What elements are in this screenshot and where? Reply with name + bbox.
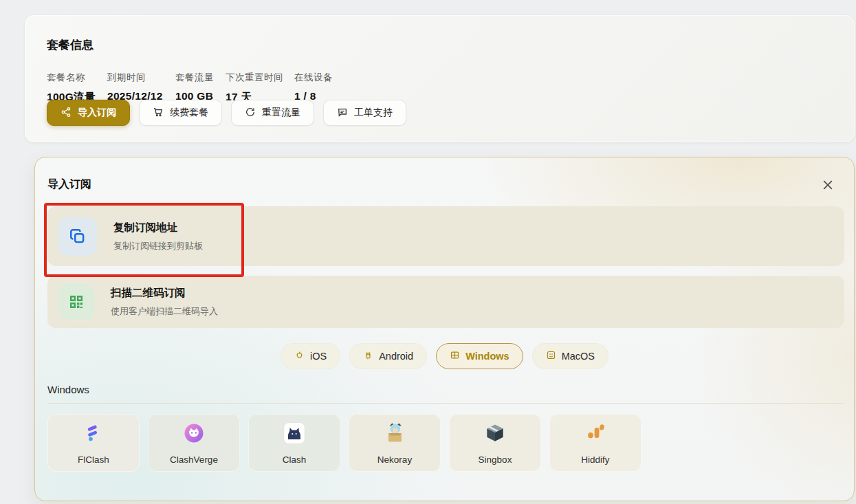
package-info-card: 套餐信息 套餐名称 100G流量 到期时间 2025/12/12 套餐流量 10… (25, 15, 855, 142)
macos-icon (546, 350, 556, 362)
tab-label: iOS (310, 351, 327, 362)
button-label: 导入订阅 (78, 107, 116, 119)
clash-icon (282, 421, 307, 448)
app-card-flclash[interactable]: FlClash (47, 414, 140, 472)
option-subtitle: 使用客户端扫描二维码导入 (111, 305, 218, 318)
tab-android[interactable]: Android (349, 343, 427, 369)
app-card-clash[interactable]: Clash (248, 414, 340, 472)
app-card-hiddify[interactable]: Hiddify (549, 414, 641, 472)
import-subscription-button[interactable]: 导入订阅 (47, 100, 130, 126)
apple-icon (294, 350, 305, 362)
button-label: 重置流量 (262, 107, 300, 119)
tab-windows[interactable]: Windows (436, 343, 523, 369)
tab-macos[interactable]: MacOS (532, 343, 608, 369)
panel-title: 导入订阅 (47, 177, 91, 192)
app-name: Clash (283, 454, 307, 465)
app-name: ClashVerge (170, 454, 218, 465)
app-name: Singbox (479, 454, 512, 465)
section-divider (47, 403, 843, 404)
renew-package-button[interactable]: 续费套餐 (139, 100, 222, 126)
package-card-title: 套餐信息 (47, 37, 94, 53)
stat-label: 在线设备 (294, 72, 333, 84)
app-card-singbox[interactable]: Singbox (449, 414, 541, 472)
app-grid: FlClash ClashVerge (47, 414, 641, 472)
app-card-nekoray[interactable]: Nekoray (349, 414, 441, 472)
package-actions: 导入订阅 续费套餐 重置流量 (47, 100, 406, 126)
windows-icon (450, 350, 460, 362)
copy-subscription-option[interactable]: 复制订阅地址 复制订阅链接到剪贴板 (47, 206, 844, 266)
option-subtitle: 复制订阅链接到剪贴板 (113, 240, 203, 252)
chat-bubble-icon (337, 107, 348, 120)
os-section-title: Windows (47, 384, 89, 395)
app-card-clashverge[interactable]: ClashVerge (148, 414, 240, 472)
option-title: 扫描二维码订阅 (111, 286, 218, 300)
stat-label: 下次重置时间 (226, 72, 283, 84)
clashverge-icon (182, 421, 206, 448)
android-icon (363, 350, 373, 362)
button-label: 工单支持 (354, 107, 393, 119)
button-label: 续费套餐 (170, 107, 208, 119)
nekoray-icon (382, 421, 407, 448)
app-name: Hiddify (581, 454, 609, 465)
singbox-icon (483, 421, 507, 448)
option-title: 复制订阅地址 (113, 221, 203, 235)
reset-traffic-button[interactable]: 重置流量 (231, 100, 314, 126)
tab-label: Windows (465, 351, 509, 362)
refresh-icon (245, 107, 256, 120)
option-texts: 复制订阅地址 复制订阅链接到剪贴板 (113, 221, 203, 252)
cart-icon (153, 107, 164, 120)
os-tab-bar: iOS Android (35, 343, 854, 369)
stat-label: 到期时间 (107, 72, 164, 84)
app-name: FlClash (78, 454, 109, 465)
ticket-support-button[interactable]: 工单支持 (323, 100, 406, 126)
qr-code-icon (58, 284, 94, 320)
hiddify-icon (583, 421, 608, 448)
tab-label: Android (379, 351, 413, 362)
stat-label: 套餐名称 (47, 72, 96, 84)
page: 套餐信息 套餐名称 100G流量 到期时间 2025/12/12 套餐流量 10… (0, 0, 856, 504)
option-texts: 扫描二维码订阅 使用客户端扫描二维码导入 (111, 286, 218, 318)
import-subscription-panel: 导入订阅 复制订阅地址 复制订阅链接到剪贴板 (34, 157, 855, 501)
app-name: Nekoray (377, 454, 412, 465)
close-icon[interactable] (820, 177, 836, 193)
copy-icon (58, 217, 97, 256)
stat-label: 套餐流量 (175, 72, 215, 84)
tab-label: MacOS (562, 351, 595, 362)
tab-ios[interactable]: iOS (281, 343, 340, 369)
share-icon (61, 107, 72, 120)
scan-qr-option[interactable]: 扫描二维码订阅 使用客户端扫描二维码导入 (47, 276, 844, 328)
flclash-icon (81, 421, 106, 448)
